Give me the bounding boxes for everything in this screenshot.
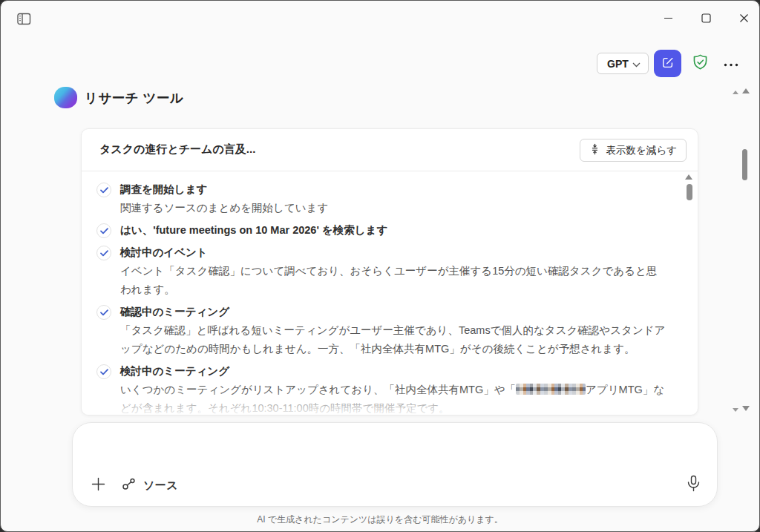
privacy-shield-button[interactable] <box>690 53 710 73</box>
plus-icon <box>91 476 106 495</box>
app-window: GPT リサーチ ツール タスクの進行とチームの言及... <box>0 0 760 532</box>
window-scrollbar-thumb[interactable] <box>742 149 747 180</box>
microphone-button[interactable] <box>683 474 704 496</box>
card-scrollbar-up-arrow[interactable] <box>685 174 692 180</box>
close-icon <box>739 13 749 26</box>
maximize-icon <box>701 13 711 26</box>
compose-icon <box>661 56 675 72</box>
more-options-button[interactable] <box>720 56 742 70</box>
research-progress-card: タスクの進行とチームの言及... 表示数を減らす 調査を開始します関連するソース… <box>81 128 698 416</box>
add-attachment-button[interactable] <box>88 475 108 496</box>
window-scrollbar-up-arrow[interactable] <box>742 88 750 93</box>
check-circle-icon <box>96 364 111 379</box>
item-body: イベント「タスク確認」について調べており、おそらくユーザーが主催する15分の短い… <box>120 262 666 299</box>
item-title: 確認中のミーティング <box>120 303 666 321</box>
list-item: はい、'future meetings on 10 Mar 2026' を検索し… <box>96 221 666 240</box>
model-selector[interactable]: GPT <box>597 53 649 74</box>
chevron-down-icon <box>632 57 641 70</box>
sidebar-toggle-icon <box>17 13 31 28</box>
item-body: 「タスク確認」と呼ばれる短いミーティングがユーザー主催であり、Teamsで個人的… <box>120 321 666 358</box>
close-button[interactable] <box>727 8 760 30</box>
list-item: 検討中のミーティング いくつかのミーティングがリストアップされており、「社内全体… <box>96 362 666 415</box>
redacted-text <box>516 384 586 395</box>
check-circle-icon <box>96 305 111 320</box>
item-body-text: いくつかのミーティングがリストアップされており、「社内全体共有MTG」や「 <box>120 384 516 395</box>
item-title: 調査を開始します <box>120 180 666 199</box>
card-title: タスクの進行とチームの言及... <box>99 142 255 157</box>
minimize-button[interactable] <box>652 8 684 30</box>
collapse-items-button[interactable]: 表示数を減らす <box>580 139 687 162</box>
item-body: 関連するソースのまとめを開始しています <box>120 199 666 217</box>
collapse-items-label: 表示数を減らす <box>606 144 677 157</box>
window-scrollbar-up-arrow-small[interactable] <box>733 91 738 94</box>
new-chat-button[interactable] <box>654 50 681 77</box>
app-logo-icon <box>54 87 77 108</box>
shield-check-icon <box>692 53 709 73</box>
sidebar-toggle-button[interactable] <box>14 11 33 29</box>
list-item: 検討中のイベントイベント「タスク確認」について調べており、おそらくユーザーが主催… <box>96 243 666 299</box>
maximize-button[interactable] <box>689 8 722 30</box>
task-checklist: 調査を開始します関連するソースのまとめを開始しています はい、'future m… <box>82 171 698 415</box>
check-circle-icon <box>96 183 111 197</box>
check-circle-icon <box>96 246 111 260</box>
check-circle-icon <box>96 223 111 238</box>
sources-button-label: ソース <box>143 479 178 493</box>
card-header: タスクの進行とチームの言及... 表示数を減らす <box>82 129 698 171</box>
more-ellipsis-icon <box>724 56 738 70</box>
window-scrollbar-down-arrow[interactable] <box>742 406 750 411</box>
item-body: いくつかのミーティングがリストアップされており、「社内全体共有MTG」や「アプリ… <box>120 381 666 415</box>
page-title: リサーチ ツール <box>85 89 183 107</box>
item-title: はい、'future meetings on 10 Mar 2026' を検索し… <box>120 221 666 240</box>
window-scrollbar-down-arrow-small[interactable] <box>733 408 738 412</box>
message-input[interactable] <box>91 433 699 475</box>
minimize-icon <box>664 13 673 26</box>
sources-link-icon <box>122 478 137 493</box>
card-scrollbar-thumb[interactable] <box>687 184 692 200</box>
message-composer: ソース <box>72 422 718 507</box>
list-item: 調査を開始します関連するソースのまとめを開始しています <box>96 180 666 217</box>
model-selector-label: GPT <box>607 58 629 70</box>
item-title: 検討中のミーティング <box>120 362 666 381</box>
ai-disclaimer-text: AI で生成されたコンテンツは誤りを含む可能性があります。 <box>1 513 759 526</box>
collapse-vertical-icon <box>589 143 600 158</box>
microphone-icon <box>687 475 701 496</box>
item-title: 検討中のイベント <box>120 243 666 262</box>
list-item: 確認中のミーティング「タスク確認」と呼ばれる短いミーティングがユーザー主催であり… <box>96 303 666 358</box>
sources-button[interactable]: ソース <box>122 475 178 496</box>
